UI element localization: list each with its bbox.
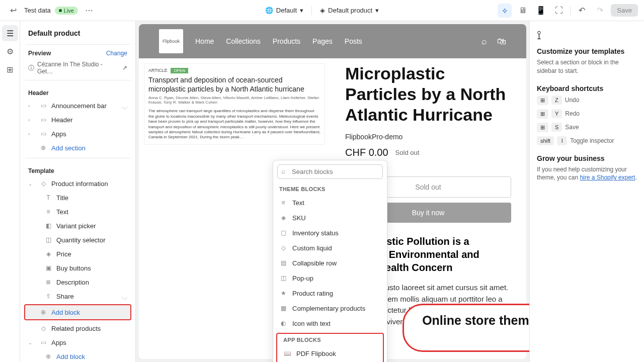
block-option-complementary[interactable]: ▦Complementary products [273, 301, 387, 316]
test-data-label[interactable]: Test data [24, 7, 51, 14]
nav-products[interactable]: Products [273, 37, 300, 45]
block-option-sku[interactable]: ◈SKU [273, 210, 387, 225]
block-option-popup[interactable]: ◫Pop-up [273, 270, 387, 286]
live-badge: Live [55, 7, 78, 15]
nav-home[interactable]: Home [195, 37, 214, 45]
product-title: Microplastic Particles by a North Atlant… [345, 63, 511, 125]
mobile-icon[interactable]: 📱 [534, 4, 548, 18]
add-block-apps[interactable]: ⊕Add block [23, 349, 132, 362]
sidebar-item-apps-template[interactable]: ⌄▭Apps [23, 335, 132, 349]
more-icon[interactable]: ⋯ [82, 4, 96, 18]
block-option-liquid[interactable]: ◇Custom liquid [273, 240, 387, 255]
storefront-logo[interactable]: Flipbook [159, 29, 183, 53]
preview-label: Preview [28, 50, 51, 57]
sidebar-title: Default product [23, 27, 132, 41]
sidebar-item-apps-header[interactable]: ›▭Apps [23, 127, 132, 141]
add-block-button[interactable]: ⊕Add block [25, 305, 130, 319]
app-block-flipbook[interactable]: 📖PDF Flipbook [277, 346, 383, 361]
customize-text: Select a section or block in the sidebar… [537, 58, 637, 75]
sidebar-item-product-info[interactable]: ⌄◇Product information [23, 176, 132, 191]
undo-icon[interactable]: ↶ [575, 4, 589, 18]
inspector-icon[interactable]: ⟡ [498, 4, 512, 18]
block-variant[interactable]: ◧Variant picker [23, 219, 132, 233]
nav-pages[interactable]: Pages [312, 37, 333, 45]
hire-expert-link[interactable]: hire a Shopify expert [580, 174, 635, 181]
sidebar: Default product Preview Change ⓘ Cézanne… [20, 21, 136, 362]
template-section-head: Template [23, 161, 132, 176]
topbar: ↩ Test data Live ⋯ 🌐 Default ▾ ◈ Default… [0, 0, 644, 21]
preview-name[interactable]: ⓘ Cézanne In The Studio - Get… ↗ [23, 59, 132, 77]
kbd-redo: ⊞YRedo [537, 109, 637, 119]
sidebar-item-related[interactable]: ◇Related products [23, 321, 132, 335]
storefront-nav: Flipbook Home Collections Products Pages… [139, 24, 526, 58]
search-icon[interactable]: ⌕ [481, 36, 487, 47]
product-price: CHF 0.00 [345, 147, 388, 158]
block-description[interactable]: ≣Description [23, 275, 132, 289]
block-option-collapsible[interactable]: ▤Collapsible row [273, 255, 387, 270]
search-blocks-input[interactable] [277, 164, 383, 179]
annotation-callout: Online store theme: add flipbook blocks … [403, 304, 529, 352]
kbd-save: ⊞SSave [537, 123, 637, 132]
desktop-icon[interactable]: 🖥 [516, 4, 530, 18]
theme-blocks-head: THEME BLOCKS [273, 183, 387, 195]
block-option-rating[interactable]: ★Product rating [273, 286, 387, 301]
cart-icon[interactable]: 🛍 [497, 36, 506, 47]
grow-text: If you need help customizing your theme,… [537, 165, 637, 183]
add-section-header[interactable]: ⊕Add section [23, 141, 132, 155]
save-button[interactable]: Save [611, 4, 638, 17]
locale-selector[interactable]: 🌐 Default ▾ [265, 7, 303, 14]
sold-out-label: Sold out [395, 149, 420, 156]
left-rail: ☰ ⚙ ⊞ [0, 21, 20, 362]
template-icon: ⟟ [537, 28, 637, 42]
block-price[interactable]: ◈Price [23, 247, 132, 261]
canvas: Flipbook Home Collections Products Pages… [136, 21, 529, 362]
right-panel: ⟟ Customize your templates Select a sect… [529, 21, 644, 362]
sidebar-item-announcement[interactable]: ›▭Announcement bar◡ [23, 99, 132, 113]
shortcuts-heading: Keyboard shortcuts [537, 84, 637, 93]
exit-icon[interactable]: ↩ [6, 4, 20, 18]
app-blocks-head: APP BLOCKS [277, 334, 383, 346]
customize-heading: Customize your templates [537, 47, 637, 55]
block-quantity[interactable]: ◫Quantity selector [23, 233, 132, 247]
kbd-undo: ⊞ZUndo [537, 96, 637, 105]
block-option-text[interactable]: ≡Text [273, 195, 387, 210]
block-share[interactable]: ⇪Share◡ [23, 289, 132, 303]
sections-tab-icon[interactable]: ☰ [2, 25, 18, 41]
block-option-inventory[interactable]: ▢Inventory status [273, 225, 387, 240]
sidebar-item-header[interactable]: ›▭Header [23, 113, 132, 127]
settings-tab-icon[interactable]: ⚙ [2, 43, 18, 59]
grow-heading: Grow your business [537, 154, 637, 162]
block-title[interactable]: TTitle [23, 191, 132, 205]
apps-tab-icon[interactable]: ⊞ [2, 61, 18, 77]
header-section-head: Header [23, 83, 132, 99]
fullscreen-icon[interactable]: ⛶ [552, 4, 566, 18]
block-buy[interactable]: ▣Buy buttons [23, 261, 132, 275]
article-preview: ARTICLE OPEN Transport and deposition of… [144, 63, 325, 145]
add-block-popover: THEME BLOCKS ≡Text ◈SKU ▢Inventory statu… [273, 160, 387, 362]
block-text[interactable]: ≡Text [23, 205, 132, 219]
change-link[interactable]: Change [106, 50, 127, 57]
kbd-inspector: shiftIToggle inspector [537, 136, 637, 145]
block-option-icon-text[interactable]: ◐Icon with text [273, 316, 387, 331]
nav-posts[interactable]: Posts [345, 37, 362, 45]
product-vendor: FlipbookPro-demo [345, 133, 511, 141]
template-selector[interactable]: ◈ Default product ▾ [320, 7, 379, 14]
nav-collections[interactable]: Collections [226, 37, 260, 45]
redo-icon[interactable]: ↷ [593, 4, 607, 18]
